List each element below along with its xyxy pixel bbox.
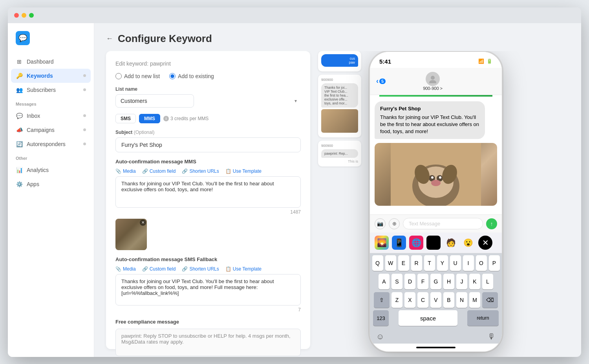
sms-custom-field-button[interactable]: 🔗 Custom field [142,266,176,272]
mms-message-textarea[interactable]: Thanks for joining our VIP Text Club. Yo… [115,176,301,208]
key-q[interactable]: Q [372,255,383,271]
app-store-button[interactable]: ⊕ [389,218,400,229]
key-l[interactable]: L [482,274,493,289]
minimize-dot[interactable] [22,13,26,18]
key-r[interactable]: R [411,255,422,271]
mms-tab[interactable]: MMS [139,114,160,123]
sms-fallback-label: Auto-confirmation message SMS Fallback [115,256,301,262]
svg-point-9 [431,180,441,186]
key-u[interactable]: U [450,255,461,271]
key-b[interactable]: B [443,292,454,308]
key-w[interactable]: W [385,255,396,271]
memoji-icon[interactable]: 🧑 [444,236,458,250]
key-n[interactable]: N [456,292,467,308]
key-a[interactable]: A [379,274,390,289]
sms-use-template-button[interactable]: 📋 Use Template [225,266,262,272]
key-c[interactable]: C [417,292,428,308]
use-template-button[interactable]: 📋 Use Template [225,168,262,174]
key-s[interactable]: S [391,274,402,289]
custom-field-icon: 🔗 [142,168,148,174]
sidebar-item-label: Dashboard [27,59,54,65]
custom-field-button[interactable]: 🔗 Custom field [142,168,176,174]
phone-back-button[interactable]: ‹ 5 [376,77,386,85]
key-z[interactable]: Z [391,292,402,308]
key-123[interactable]: 123 [373,310,389,326]
radio-add-to-existing[interactable]: Add to existing [169,73,214,79]
back-button[interactable]: ← [106,35,113,43]
mic-icon[interactable]: 🎙 [488,332,496,341]
small-dog-image [321,109,358,133]
key-backspace[interactable]: ⌫ [482,292,498,308]
sms-toolbar: 📎 Media 🔗 Custom field 🔗 Shorten URLs [115,266,301,272]
emoji2-icon[interactable]: 😮 [461,236,475,250]
key-f[interactable]: F [417,274,428,289]
key-t[interactable]: T [424,255,435,271]
svg-point-8 [439,176,441,179]
remove-image-button[interactable]: ✕ [140,219,146,226]
key-space[interactable]: space [399,310,457,326]
radio-add-to-new[interactable]: Add to new list [115,73,160,79]
message-text: Thanks for joining our VIP Text Club. Yo… [380,114,479,135]
key-shift[interactable]: ⇧ [374,292,390,308]
sidebar-item-analytics[interactable]: 📊 Analytics [8,163,94,177]
radio-new-input[interactable] [115,73,122,79]
sidebar-item-subscribers[interactable]: 👥 Subscribers [8,83,94,97]
sidebar-item-inbox[interactable]: 💬 Inbox [8,109,94,123]
send-button[interactable]: ↑ [486,218,497,229]
key-k[interactable]: K [469,274,480,289]
key-i[interactable]: I [463,255,474,271]
sms-media-button[interactable]: 📎 Media [115,266,136,272]
appstore-icon[interactable]: 📱 [392,236,406,250]
photos-app-icon[interactable]: 🌄 [375,236,389,250]
list-name-select[interactable]: Customers [115,94,194,108]
key-o[interactable]: O [476,255,487,271]
mac-content: 💬 ⊞ Dashboard 🔑 Keywords 👥 Subscribers M… [8,23,581,357]
activity-icon[interactable]: ⬤ [426,236,441,250]
key-h[interactable]: H [443,274,454,289]
sidebar: 💬 ⊞ Dashboard 🔑 Keywords 👥 Subscribers M… [8,23,94,357]
configure-keyword-form: Edit keyword: pawprint Add to new list A… [106,51,310,349]
close-dot[interactable] [14,13,19,18]
sms-message-textarea[interactable]: Thanks for joining our VIP Text Club. Yo… [115,274,301,305]
sidebar-item-apps[interactable]: ⚙️ Apps [8,177,94,191]
key-x[interactable]: X [404,292,415,308]
page-header: ← Configure Keyword [94,23,581,51]
key-j[interactable]: J [456,274,467,289]
key-p[interactable]: P [489,255,500,271]
sidebar-item-dashboard[interactable]: ⊞ Dashboard [8,55,94,69]
key-d[interactable]: D [404,274,415,289]
media-button[interactable]: 📎 Media [115,168,136,174]
inbox-dot [83,114,86,117]
subject-input[interactable] [115,137,301,152]
sms-shorten-urls-button[interactable]: 🔗 Shorten URLs [182,266,219,272]
camera-button[interactable]: 📷 [375,218,386,229]
iphone-mockup: 5:41 📶 🔋 ‹ 5 [369,51,503,353]
text-message-input[interactable]: Text Message [403,218,483,229]
sidebar-item-campaigns[interactable]: 📣 Campaigns [8,123,94,137]
sent-bubble: cuspaw [321,54,358,67]
globe-icon[interactable]: 🌐 [409,236,423,250]
emoji3-icon[interactable]: ✕ [478,236,492,250]
radio-new-label: Add to new list [124,73,160,79]
maximize-dot[interactable] [29,13,34,18]
radio-existing-input[interactable] [169,73,176,79]
key-y[interactable]: Y [437,255,448,271]
main-content: ← Configure Keyword Edit keyword: pawpri… [94,23,581,357]
key-m[interactable]: M [469,292,480,308]
svg-point-0 [431,76,435,80]
key-v[interactable]: V [430,292,441,308]
key-e[interactable]: E [398,255,409,271]
keyboard-bottom-row: 123 space return [370,309,502,331]
radio-existing-label: Add to existing [178,73,214,79]
key-g[interactable]: G [430,274,441,289]
shorten-urls-button[interactable]: 🔗 Shorten URLs [182,168,219,174]
media-icon: 📎 [115,168,121,174]
emoji-keyboard-icon[interactable]: ☺ [376,332,384,341]
sms-tab[interactable]: SMS [115,114,136,123]
sidebar-item-keywords[interactable]: 🔑 Keywords [11,69,91,83]
sidebar-item-autoresponders[interactable]: 🔄 Autoresponders [8,137,94,151]
messages-area: Furry's Pet Shop Thanks for joining our … [370,97,502,215]
small-chat-bubble-1: cuspaw [318,51,361,71]
key-return[interactable]: return [467,310,499,326]
mms-toolbar: 📎 Media 🔗 Custom field 🔗 Shorten URLs [115,168,301,174]
